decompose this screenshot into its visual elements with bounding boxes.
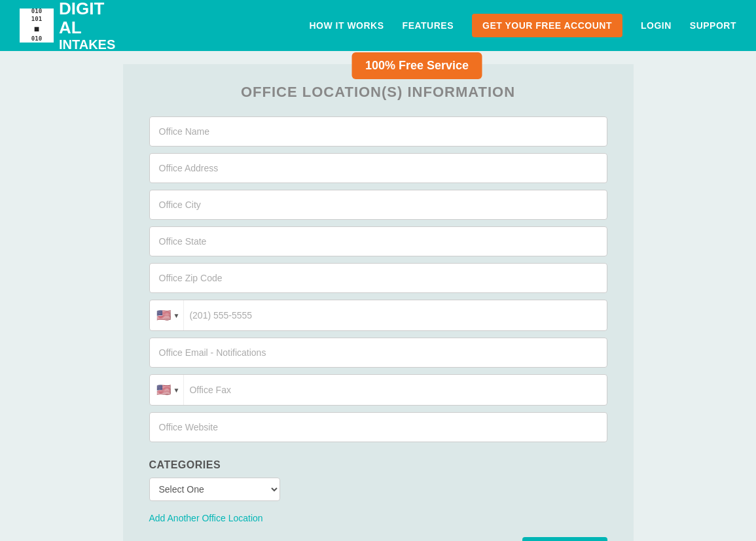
add-another-office-link[interactable]: Add Another Office Location xyxy=(149,513,263,523)
continue-row: Continue xyxy=(149,537,607,541)
nav-link-support[interactable]: SUPPORT xyxy=(690,20,736,31)
fax-us-flag-icon: 🇺🇸 xyxy=(156,383,171,397)
fax-flag-selector[interactable]: 🇺🇸 ▼ xyxy=(156,375,185,405)
continue-button[interactable]: Continue xyxy=(522,537,607,541)
us-flag-icon: 🇺🇸 xyxy=(156,308,171,323)
nav-item-features[interactable]: FEATURES xyxy=(403,20,454,31)
nav-link-how-it-works[interactable]: HOW IT WORKS xyxy=(309,20,384,31)
phone-row: 🇺🇸 ▼ xyxy=(149,300,607,331)
office-name-input[interactable] xyxy=(149,116,607,147)
phone-flag-selector[interactable]: 🇺🇸 ▼ xyxy=(156,300,185,330)
phone-caret-icon: ▼ xyxy=(173,312,180,319)
categories-select[interactable]: Select One xyxy=(149,478,280,501)
logo-icon: 010101■010 xyxy=(20,9,54,43)
nav-menu: HOW IT WORKS FEATURES GET YOUR FREE ACCO… xyxy=(309,20,736,31)
office-website-input[interactable] xyxy=(149,412,607,442)
nav-link-features[interactable]: FEATURES xyxy=(403,20,454,31)
nav-link-get-free-account[interactable]: GET YOUR FREE ACCOUNT xyxy=(472,14,622,37)
nav-item-support[interactable]: SUPPORT xyxy=(690,20,736,31)
phone-input[interactable] xyxy=(189,301,600,330)
logo-link[interactable]: 010101■010 DIGITALINTAKES xyxy=(20,0,115,52)
office-email-notifications-input[interactable] xyxy=(149,338,607,368)
fax-input[interactable] xyxy=(189,375,600,404)
nav-item-get-free-account[interactable]: GET YOUR FREE ACCOUNT xyxy=(472,20,622,31)
logo-text: DIGITALINTAKES xyxy=(59,0,115,52)
office-address-input[interactable] xyxy=(149,153,607,183)
fax-row: 🇺🇸 ▼ xyxy=(149,374,607,406)
nav-item-login[interactable]: LOGIN xyxy=(641,20,672,31)
form-title: OFFICE LOCATION(S) INFORMATION xyxy=(149,84,607,101)
page-wrapper: 100% Free Service OFFICE LOCATION(S) INF… xyxy=(0,51,756,541)
office-state-input[interactable] xyxy=(149,226,607,256)
navbar: 010101■010 DIGITALINTAKES HOW IT WORKS F… xyxy=(0,0,756,51)
free-badge: 100% Free Service xyxy=(352,52,482,79)
categories-label: CATEGORIES xyxy=(149,459,607,471)
nav-link-login[interactable]: LOGIN xyxy=(641,20,672,31)
nav-item-how-it-works[interactable]: HOW IT WORKS xyxy=(309,20,384,31)
form-container: 100% Free Service OFFICE LOCATION(S) INF… xyxy=(123,64,634,541)
fax-caret-icon: ▼ xyxy=(173,387,180,394)
office-city-input[interactable] xyxy=(149,190,607,220)
office-zip-input[interactable] xyxy=(149,263,607,293)
